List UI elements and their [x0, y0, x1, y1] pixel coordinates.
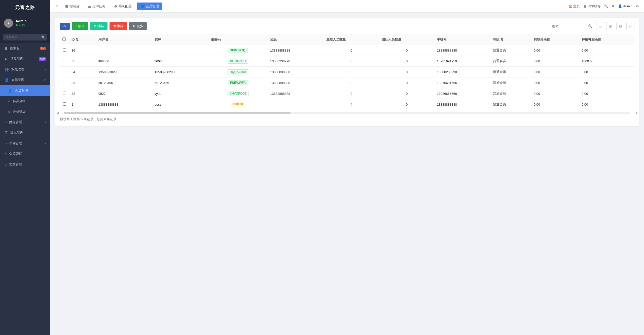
content-area: ⟳ + 添加 ✏ 编辑 🗑 删除 ⚙ 更多 🔍 ☰ ⊞ ⊟ ⤢ — [50, 13, 644, 335]
list-view-button[interactable]: ☰ — [596, 22, 604, 30]
app-logo: 元富之路 — [0, 0, 50, 15]
sidebar-item-member-group[interactable]: ○ 会员分组 — [0, 96, 50, 106]
clear-cache-icon: 🗑 — [583, 4, 587, 8]
row-plant-subsidy: 0.00 — [579, 77, 634, 88]
sidebar-item-member-manage[interactable]: 👤 会员管理 — [0, 85, 50, 96]
row-checkbox[interactable] — [60, 99, 69, 110]
row-parent: 13888888888 — [268, 67, 324, 77]
fullscreen-table-button[interactable]: ⤢ — [626, 22, 634, 30]
row-invite-code: FUEV2PFA — [208, 77, 268, 88]
home-button[interactable]: 🏠 主页 — [568, 4, 580, 9]
scroll-left-icon[interactable]: ◀ — [56, 111, 59, 115]
table-row: 1 13888888888 boss 888888 -- 4 0 1388888… — [60, 99, 634, 110]
sidebar-item-member-level-label: 会员等级 — [13, 109, 46, 114]
table-row: 34 13508238290 13508238290 RQQA386B 1388… — [60, 67, 634, 77]
tab-scheduled[interactable]: ☰ 定时任务 — [84, 3, 109, 10]
home-icon: 🏠 — [568, 4, 572, 8]
scroll-right-icon[interactable]: ▶ — [636, 111, 638, 115]
col-id: ID ⇅ — [69, 34, 96, 45]
row-level: 普通会员 — [490, 45, 531, 56]
row-phone: 13888888888 — [434, 99, 490, 110]
clear-cache-button[interactable]: 🗑 清除缓存 — [583, 4, 601, 9]
search-menu-input[interactable] — [3, 34, 47, 40]
row-shopping-balance: 0.00 — [531, 77, 579, 88]
row-nickname: ou123456 — [152, 77, 208, 88]
delete-button[interactable]: 🗑 删除 — [110, 22, 127, 30]
col-direct-count: 直推人员数量 — [324, 34, 379, 45]
col-invite-code: 邀请码 — [208, 34, 268, 45]
sidebar-item-member-parent-label: 会员管理 — [11, 78, 44, 82]
row-parent: 13508238290 — [268, 56, 324, 67]
row-phone: 15761691959 — [434, 56, 490, 67]
sidebar-item-general[interactable]: ⚙ 常规管理 new — [0, 54, 50, 64]
row-nickname: yyds — [152, 88, 208, 99]
row-checkbox[interactable] — [60, 56, 69, 67]
row-checkbox[interactable] — [60, 77, 69, 88]
tab-dashboard[interactable]: ⊞ 控制台 — [62, 3, 83, 10]
add-button[interactable]: + 添加 — [72, 22, 88, 30]
admin-user-button[interactable]: 👤 Admin — [618, 4, 632, 8]
table-scrollbar: ◀ ▶ — [60, 112, 634, 114]
fullscreen-button[interactable]: ✕ — [612, 4, 615, 8]
column-settings-button[interactable]: ⊟ — [616, 22, 624, 30]
sidebar-item-finance[interactable]: ○ 财务管理 › — [0, 117, 50, 128]
sidebar-user: A Admin 在线 — [0, 15, 50, 31]
scrollbar-track[interactable] — [64, 112, 630, 114]
edit-button[interactable]: ✏ 编辑 — [90, 22, 108, 30]
user-status: 在线 — [16, 23, 27, 27]
refresh-button[interactable]: ⟳ — [60, 23, 70, 30]
select-all-checkbox[interactable] — [62, 37, 66, 41]
tab-member[interactable]: 👤 会员管理 — [137, 3, 162, 10]
sidebar-item-member-manage-label: 会员管理 — [15, 88, 46, 93]
row-level: 普通会员 — [490, 56, 531, 67]
sidebar: 元富之路 A Admin 在线 🔍 ⊞ 控制台 hot ⚙ 常规管理 new — [0, 0, 50, 335]
row-username: 13508238290 — [96, 67, 152, 77]
col-level: 等级 ⇅ — [490, 34, 531, 45]
sidebar-item-member-level[interactable]: ○ 会员等级 — [0, 106, 50, 117]
more-button[interactable]: ⚙ 更多 — [129, 22, 147, 30]
row-plant-subsidy: 0.00 — [579, 99, 634, 110]
finance-icon: ○ — [5, 120, 7, 124]
version-icon: ☰ — [5, 131, 8, 135]
row-shopping-balance: 0.00 — [531, 45, 579, 56]
row-invite-code: RQQA386B — [208, 67, 268, 77]
row-username: 13888888888 — [96, 99, 152, 110]
sidebar-item-crowdfunding[interactable]: ○ 众筹管理 › — [0, 149, 50, 159]
clear-cache-label: 清除缓存 — [588, 4, 601, 9]
col-nickname: 昵称 — [152, 34, 208, 45]
grid-view-button[interactable]: ⊞ — [606, 22, 614, 30]
tab-sysconfig[interactable]: ⚙ 系统配置 — [111, 3, 135, 10]
row-parent: 13888888888 — [268, 88, 324, 99]
sidebar-item-dashboard[interactable]: ⊞ 控制台 hot — [0, 43, 50, 54]
row-plant-subsidy: 1000.00 — [579, 56, 634, 67]
scrollbar-thumb[interactable] — [64, 112, 291, 114]
sidebar-item-general-label: 常规管理 — [10, 57, 37, 61]
sidebar-item-article-label: 文章管理 — [9, 162, 46, 167]
sidebar-item-finance-label: 财务管理 — [9, 120, 45, 124]
row-team-count: 0 — [379, 45, 435, 56]
row-id: 34 — [69, 67, 96, 77]
sidebar-item-version[interactable]: ☰ 版本管理 — [0, 128, 50, 138]
member-manage-card: ⟳ + 添加 ✏ 编辑 🗑 删除 ⚙ 更多 🔍 ☰ ⊞ ⊟ ⤢ — [55, 18, 639, 126]
row-checkbox[interactable] — [60, 45, 69, 56]
topbar-settings-button[interactable]: ⚙ — [636, 4, 639, 8]
topbar-search-button[interactable]: 🔍 — [604, 4, 608, 8]
row-phone: 13316691566 — [434, 77, 490, 88]
sidebar-item-permission[interactable]: 👥 权限管理 › — [0, 64, 50, 75]
currency-arrow-icon: › — [45, 142, 46, 145]
table-row: 32 9527 yyds DHVQPCO2 13888888888 0 0 13… — [60, 88, 634, 99]
member-level-icon: ○ — [8, 110, 10, 114]
search-icon[interactable]: 🔍 — [588, 24, 592, 28]
sidebar-item-currency[interactable]: ○ 币种管理 › — [0, 138, 50, 149]
row-level: 普通会员 — [490, 88, 531, 99]
row-checkbox[interactable] — [60, 67, 69, 77]
sidebar-item-article[interactable]: ○ 文章管理 — [0, 159, 50, 170]
hamburger-button[interactable]: ≡ — [55, 4, 58, 9]
search-input[interactable] — [549, 23, 594, 30]
row-direct-count: 0 — [324, 67, 379, 77]
sidebar-item-member-parent[interactable]: 👤 会员管理 ∨ — [0, 75, 50, 85]
row-checkbox[interactable] — [60, 88, 69, 99]
sidebar-item-version-label: 版本管理 — [10, 131, 46, 135]
row-direct-count: 4 — [324, 99, 379, 110]
username-label: Admin — [16, 19, 27, 23]
